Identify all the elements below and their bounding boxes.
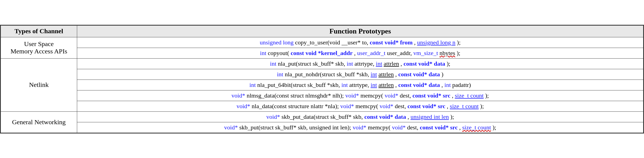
table-row: User SpaceMemory Access APIs unsigned lo…: [1, 37, 643, 48]
header-proto: Function Prototypes: [77, 25, 643, 37]
reference-table: Types of Channel Function Prototypes Use…: [1, 25, 643, 133]
table-row: int copyout( const void *kernel_addr , u…: [1, 48, 643, 58]
proto-cell-netlink-1: int nla_put(struct sk_buff* skb, int att…: [77, 58, 643, 69]
table-row: Netlink int nla_put(struct sk_buff* skb,…: [1, 58, 643, 69]
table-row: int nla_put_64bit(struct sk_buff *skb, i…: [1, 80, 643, 90]
header-type: Types of Channel: [1, 25, 77, 37]
table-row: void* skb_put(struct sk_buff* skb, unsig…: [1, 122, 643, 133]
table-row: int nla_put_nohdr(struct sk_buff *skb, i…: [1, 69, 643, 80]
table-row: void* nla_data(const structure nlattr *n…: [1, 101, 643, 111]
main-table-wrapper: Types of Channel Function Prototypes Use…: [0, 25, 644, 133]
proto-cell-gn-2: void* skb_put(struct sk_buff* skb, unsig…: [77, 122, 643, 133]
proto-cell-netlink-2: int nla_put_nohdr(struct sk_buff *skb, i…: [77, 69, 643, 80]
type-cell-gn: General Networking: [1, 111, 77, 133]
proto-cell-user-1: unsigned long copy_to_user(void __user* …: [77, 37, 643, 48]
type-cell-netlink: Netlink: [1, 58, 77, 111]
table-row: void* nlmsg_data(const struct nlmsghdr* …: [1, 90, 643, 101]
proto-cell-netlink-5: void* nla_data(const structure nlattr *n…: [77, 101, 643, 111]
proto-cell-user-2: int copyout( const void *kernel_addr , u…: [77, 48, 643, 58]
type-cell-user: User SpaceMemory Access APIs: [1, 37, 77, 58]
proto-cell-gn-1: void* skb_put_data(struct sk_buff* skb, …: [77, 111, 643, 122]
table-row: General Networking void* skb_put_data(st…: [1, 111, 643, 122]
proto-cell-netlink-4: void* nlmsg_data(const struct nlmsghdr* …: [77, 90, 643, 101]
proto-cell-netlink-3: int nla_put_64bit(struct sk_buff *skb, i…: [77, 80, 643, 90]
